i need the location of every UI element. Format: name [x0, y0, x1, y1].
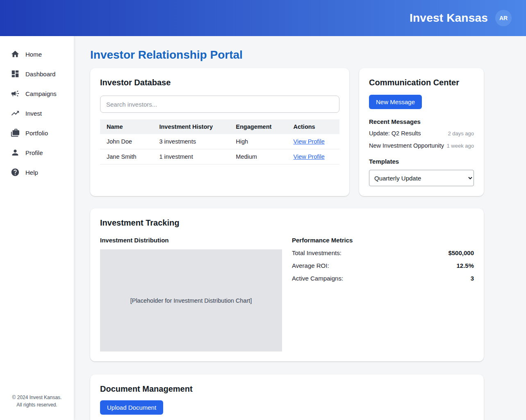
metric-label: Average ROI:	[292, 262, 329, 269]
metric-value: 12.5%	[456, 262, 474, 269]
investor-database-title: Investor Database	[100, 78, 339, 87]
help-circle-icon	[11, 168, 20, 177]
message-time: 2 days ago	[448, 130, 474, 137]
message-item[interactable]: Update: Q2 Results 2 days ago	[369, 130, 474, 137]
column-header-engagement: Engagement	[229, 119, 287, 134]
sidebar-item-label: Profile	[25, 149, 43, 156]
person-icon	[11, 148, 20, 157]
table-row: Jane Smith 1 investment Medium View Prof…	[100, 149, 339, 164]
investment-distribution-section: Investment Distribution [Placeholder for…	[100, 235, 282, 352]
communication-center-card: Communication Center New Message Recent …	[359, 68, 484, 196]
view-profile-link[interactable]: View Profile	[294, 138, 325, 145]
home-icon	[11, 50, 20, 59]
portfolio-cases-icon	[11, 128, 20, 137]
app-header: Invest Kansas AR	[0, 0, 526, 36]
sidebar-item-label: Portfolio	[25, 130, 48, 137]
message-subject: Update: Q2 Results	[369, 130, 421, 137]
investor-database-card: Investor Database Name Investment Histor…	[90, 68, 349, 196]
column-header-history: Investment History	[153, 119, 229, 134]
sidebar-item-label: Invest	[25, 110, 42, 117]
sidebar-footer: © 2024 Invest Kansas. All rights reserve…	[0, 394, 74, 409]
investor-engagement: High	[229, 134, 287, 149]
app-title: Invest Kansas	[410, 11, 488, 25]
table-header-row: Name Investment History Engagement Actio…	[100, 119, 339, 134]
investor-history: 1 investment	[153, 149, 229, 164]
metric-label: Total Investments:	[292, 249, 342, 256]
message-time: 1 week ago	[447, 143, 474, 149]
investor-table: Name Investment History Engagement Actio…	[100, 119, 339, 164]
app: Invest Kansas AR Home Dashboard Campa	[0, 0, 526, 420]
dashboard-icon	[11, 69, 20, 78]
investment-distribution-chart: [Placeholder for Investment Distribution…	[100, 249, 282, 352]
template-select[interactable]: Quarterly Update	[369, 170, 474, 186]
templates-title: Templates	[369, 158, 474, 165]
page-title: Investor Relationship Portal	[90, 48, 526, 62]
performance-metrics-title: Performance Metrics	[292, 237, 474, 244]
sidebar-item-campaigns[interactable]: Campaigns	[0, 84, 74, 103]
sidebar-item-label: Help	[25, 169, 38, 176]
sidebar-item-home[interactable]: Home	[0, 44, 74, 64]
investment-tracking-title: Investment Tracking	[100, 218, 474, 228]
metric-row: Total Investments: $500,000	[292, 249, 474, 256]
sidebar-item-label: Dashboard	[25, 71, 55, 78]
metric-row: Active Campaigns: 3	[292, 275, 474, 282]
communication-center-title: Communication Center	[369, 78, 474, 87]
column-header-actions: Actions	[287, 119, 340, 134]
view-profile-link[interactable]: View Profile	[294, 153, 325, 160]
trending-up-icon	[11, 109, 20, 118]
sidebar: Home Dashboard Campaigns Invest	[0, 36, 74, 420]
sidebar-item-profile[interactable]: Profile	[0, 143, 74, 162]
main-content: Investor Relationship Portal Investor Da…	[74, 36, 526, 420]
metric-value: 3	[471, 275, 474, 282]
message-item[interactable]: New Investment Opportunity 1 week ago	[369, 142, 474, 149]
message-subject: New Investment Opportunity	[369, 142, 444, 149]
investor-name: John Doe	[100, 134, 153, 149]
search-input[interactable]	[100, 96, 339, 113]
column-header-name: Name	[100, 119, 153, 134]
sidebar-item-dashboard[interactable]: Dashboard	[0, 64, 74, 84]
investor-engagement: Medium	[229, 149, 287, 164]
campaign-megaphone-icon	[11, 89, 20, 98]
upload-document-button[interactable]: Upload Document	[100, 400, 163, 415]
sidebar-item-invest[interactable]: Invest	[0, 103, 74, 123]
investment-tracking-card: Investment Tracking Investment Distribut…	[90, 208, 484, 361]
metric-value: $500,000	[448, 249, 474, 256]
recent-messages-title: Recent Messages	[369, 118, 474, 125]
new-message-button[interactable]: New Message	[369, 95, 422, 109]
performance-metrics-section: Performance Metrics Total Investments: $…	[292, 235, 474, 352]
sidebar-item-portfolio[interactable]: Portfolio	[0, 123, 74, 143]
metric-row: Average ROI: 12.5%	[292, 262, 474, 269]
document-management-card: Document Management Upload Document	[90, 374, 484, 420]
table-row: John Doe 3 investments High View Profile	[100, 134, 339, 149]
sidebar-item-label: Home	[25, 51, 42, 58]
sidebar-item-label: Campaigns	[25, 90, 57, 97]
chart-placeholder-text: [Placeholder for Investment Distribution…	[130, 297, 252, 304]
investor-name: Jane Smith	[100, 149, 153, 164]
metric-label: Active Campaigns:	[292, 275, 343, 282]
document-management-title: Document Management	[100, 384, 474, 394]
investor-history: 3 investments	[153, 134, 229, 149]
avatar[interactable]: AR	[495, 10, 512, 26]
investment-distribution-title: Investment Distribution	[100, 237, 282, 244]
sidebar-item-help[interactable]: Help	[0, 162, 74, 182]
